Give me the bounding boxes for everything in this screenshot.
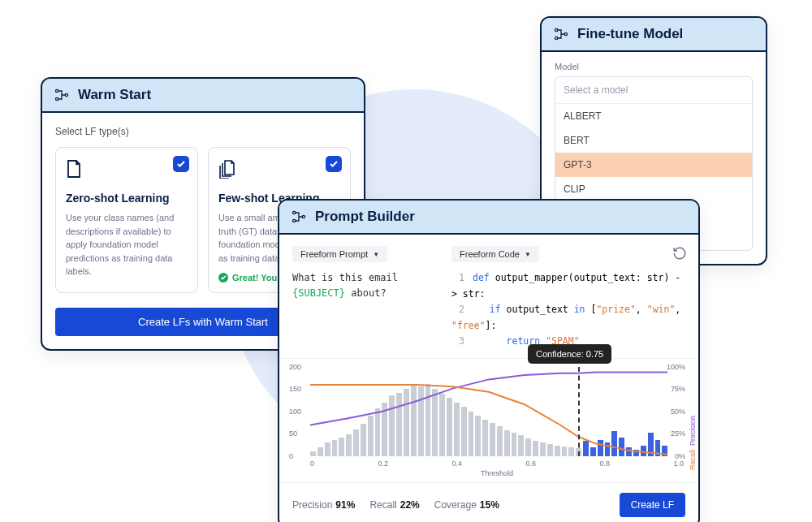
prompt-variable: {SUBJECT} bbox=[292, 287, 345, 299]
code-type-dropdown[interactable]: Freeform Code ▼ bbox=[451, 246, 539, 262]
svg-point-2 bbox=[564, 32, 567, 35]
caret-down-icon: ▼ bbox=[525, 251, 531, 258]
zero-shot-card[interactable]: Zero-shot Learning Use your class names … bbox=[55, 147, 198, 293]
precision-value: 91% bbox=[335, 499, 355, 511]
card-title: Zero-shot Learning bbox=[66, 192, 188, 205]
pill-label: Freeform Code bbox=[460, 249, 520, 259]
warmstart-header: Warm Start bbox=[42, 79, 364, 113]
checkbox-icon[interactable] bbox=[326, 156, 342, 172]
coverage-value: 15% bbox=[480, 499, 499, 511]
recall-label: Recall bbox=[369, 499, 396, 511]
prompt-type-dropdown[interactable]: Freeform Prompt ▼ bbox=[292, 246, 387, 262]
circuit-icon bbox=[291, 209, 307, 225]
svg-point-8 bbox=[302, 215, 304, 218]
svg-point-1 bbox=[555, 37, 558, 39]
confidence-tooltip: Confidence: 0.75 bbox=[528, 344, 611, 364]
svg-point-6 bbox=[293, 211, 296, 214]
prompt-header: Prompt Builder bbox=[279, 201, 698, 235]
model-option[interactable]: CLIP bbox=[555, 177, 752, 201]
model-option[interactable]: BERT bbox=[555, 128, 752, 153]
warmstart-title: Warm Start bbox=[78, 87, 151, 103]
svg-point-5 bbox=[65, 93, 67, 96]
circuit-icon bbox=[54, 87, 70, 103]
code-editor[interactable]: 1def output_mapper(output_text: str) -> … bbox=[451, 270, 685, 350]
undo-icon[interactable] bbox=[672, 246, 687, 261]
pill-label: Freeform Prompt bbox=[300, 249, 368, 259]
documents-icon bbox=[218, 159, 340, 182]
model-option[interactable]: GPT-3 bbox=[555, 153, 752, 177]
check-circle-icon bbox=[218, 273, 228, 283]
y-right-label: Recall Precision bbox=[689, 416, 697, 470]
model-option[interactable]: ALBERT bbox=[555, 104, 752, 128]
svg-point-3 bbox=[56, 89, 58, 92]
prompt-title: Prompt Builder bbox=[315, 209, 415, 225]
metrics-footer: Precision91% Recall22% Coverage15% Creat… bbox=[279, 482, 698, 522]
prompt-builder-panel: Prompt Builder Freeform Prompt ▼ What is… bbox=[278, 199, 700, 522]
checkbox-icon[interactable] bbox=[173, 156, 189, 172]
recall-value: 22% bbox=[400, 499, 420, 511]
chart-area: Data count Recall Precision 200150100500… bbox=[279, 358, 698, 482]
confidence-chart[interactable]: Data count Recall Precision 200150100500… bbox=[310, 367, 667, 456]
x-ticks: 00.20.40.60.81.0 bbox=[310, 459, 684, 468]
caret-down-icon: ▼ bbox=[373, 251, 379, 258]
histogram-bars bbox=[310, 367, 667, 456]
finetune-title: Fine-tune Model bbox=[577, 26, 683, 42]
finetune-header: Fine-tune Model bbox=[542, 18, 766, 52]
svg-point-4 bbox=[56, 97, 58, 100]
prompt-text[interactable]: What is this email {SUBJECT} about? bbox=[292, 270, 438, 301]
svg-point-7 bbox=[293, 219, 296, 222]
model-select-placeholder: Select a model bbox=[555, 77, 752, 104]
create-lf-button[interactable]: Create LF bbox=[620, 493, 685, 517]
svg-point-0 bbox=[555, 28, 558, 31]
model-label: Model bbox=[555, 62, 753, 71]
threshold-marker[interactable] bbox=[578, 367, 580, 456]
select-lf-label: Select LF type(s) bbox=[55, 126, 351, 137]
document-icon bbox=[66, 159, 188, 182]
x-label: Threshold bbox=[310, 469, 684, 477]
precision-label: Precision bbox=[292, 499, 332, 511]
circuit-icon bbox=[553, 26, 569, 42]
coverage-label: Coverage bbox=[434, 499, 477, 511]
card-desc: Use your class names (and descriptions i… bbox=[66, 211, 188, 278]
